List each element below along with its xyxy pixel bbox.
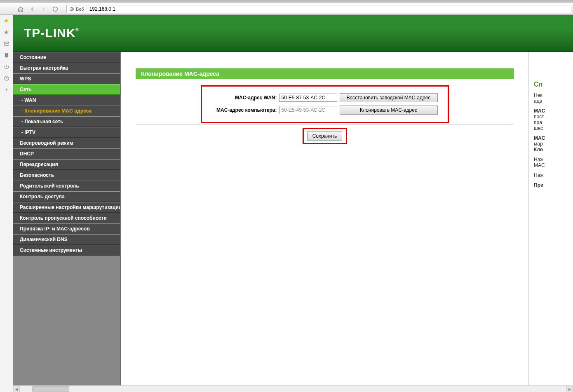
panel-separator-2 <box>136 124 514 124</box>
help-line: НажMAC <box>534 157 571 168</box>
nav-ip-mac-binding[interactable]: Привязка IP- и MAC-адресов <box>13 223 120 234</box>
input-wan-mac[interactable] <box>279 94 337 102</box>
router-sidebar: Состояние Быстрая настройка WPS Сеть - W… <box>13 52 121 392</box>
nav-dhcp[interactable]: DHCP <box>13 148 120 159</box>
nav-routing[interactable]: Расширенные настройки маршрутизации <box>13 202 120 213</box>
address-type-text: Веб <box>76 7 84 12</box>
scroll-thumb[interactable] <box>32 386 69 392</box>
history-icon[interactable] <box>3 75 10 82</box>
nav-quick-setup[interactable]: Быстрая настройка <box>13 63 120 73</box>
nav-mac-clone[interactable]: - Клонирование MAC-адреса <box>13 106 120 116</box>
save-highlight: Сохранить <box>303 128 347 144</box>
router-banner: TP-LINK® <box>13 15 573 52</box>
input-pc-mac[interactable] <box>279 106 337 114</box>
power-icon[interactable] <box>3 63 10 70</box>
browser-toolbar: Веб <box>0 3 573 15</box>
panel-title: Клонирование MAC-адреса <box>136 68 514 79</box>
label-pc-mac: MAC-адрес компьютера: <box>207 107 277 113</box>
address-bar[interactable]: Веб <box>66 5 571 13</box>
help-panel: Сп Некада MACпостпрашес MACмарКло НажMAC… <box>528 52 573 392</box>
nav-wps[interactable]: WPS <box>13 73 120 84</box>
help-line: MACпостпрашес <box>534 108 571 131</box>
url-input[interactable] <box>87 5 571 13</box>
nav-iptv[interactable]: - IPTV <box>13 127 120 138</box>
scroll-right-icon[interactable]: ▸ <box>566 386 573 392</box>
nav-forwarding[interactable]: Переадресация <box>13 159 120 170</box>
nav-status[interactable]: Состояние <box>13 52 120 63</box>
row-pc-mac: MAC-адрес компьютера: Клонировать MAC-ад… <box>207 106 443 115</box>
scroll-left-icon[interactable]: ◂ <box>13 386 20 392</box>
star-filled-icon[interactable]: ★ <box>3 17 10 24</box>
address-type-label: Веб <box>67 5 87 13</box>
page-viewport: TP-LINK® Состояние Быстрая настройка WPS… <box>13 15 573 392</box>
horizontal-scrollbar[interactable]: ◂ ▸ <box>13 385 573 392</box>
browser-side-panel: ★ ★ ＋ <box>0 15 13 392</box>
nav-lan[interactable]: - Локальная сеть <box>13 116 120 127</box>
back-icon[interactable] <box>28 5 36 13</box>
note-icon[interactable] <box>3 52 10 59</box>
help-line: Некада <box>534 92 571 104</box>
star-icon[interactable]: ★ <box>3 29 10 35</box>
home-icon[interactable] <box>16 5 25 13</box>
nav-access-control[interactable]: Контроль доступа <box>13 191 120 202</box>
nav-security[interactable]: Безопасность <box>13 170 120 181</box>
nav-wan[interactable]: - WAN <box>13 95 120 106</box>
nav-bandwidth[interactable]: Контроль пропускной способности <box>13 213 120 223</box>
restore-factory-mac-button[interactable]: Восстановить заводской MAC-адрес <box>340 93 438 102</box>
add-icon[interactable]: ＋ <box>3 87 10 93</box>
reload-icon[interactable] <box>51 5 59 13</box>
nav-parental[interactable]: Родительский контроль <box>13 181 120 191</box>
help-line: Наж <box>534 172 571 178</box>
mail-icon[interactable] <box>3 40 10 47</box>
nav-system-tools[interactable]: Системные инструменты <box>13 245 120 256</box>
mac-clone-form-highlight: MAC-адрес WAN: Восстановить заводской MA… <box>201 85 449 123</box>
brand-logo: TP-LINK® <box>24 26 79 40</box>
clone-mac-button[interactable]: Клонировать MAC-адрес <box>340 106 438 115</box>
forward-icon <box>40 5 48 13</box>
row-wan-mac: MAC-адрес WAN: Восстановить заводской MA… <box>207 93 443 102</box>
label-wan-mac: MAC-адрес WAN: <box>207 95 277 101</box>
nav-ddns[interactable]: Динамический DNS <box>13 234 120 245</box>
toolbar-separator <box>63 5 63 13</box>
scroll-track[interactable] <box>20 386 566 392</box>
help-title: Сп <box>534 81 542 88</box>
save-button[interactable]: Сохранить <box>307 131 343 141</box>
help-line: При <box>534 182 571 188</box>
nav-wireless[interactable]: Беспроводной режим <box>13 138 120 148</box>
browser-tabstrip <box>0 0 573 3</box>
help-line: MACмарКло <box>534 135 571 153</box>
router-workspace: Состояние Быстрая настройка WPS Сеть - W… <box>13 52 573 392</box>
router-content: Клонирование MAC-адреса MAC-адрес WAN: В… <box>121 52 528 392</box>
nav-network[interactable]: Сеть <box>13 84 120 95</box>
